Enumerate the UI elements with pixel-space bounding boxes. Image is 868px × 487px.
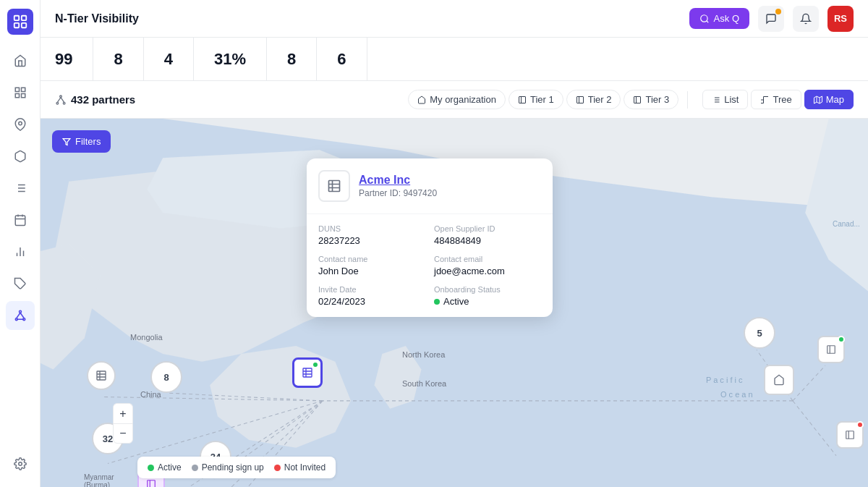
view-btn-group: List Tree Map <box>702 90 854 109</box>
main-content: N-Tier Visibility Ask Q RS 99 8 4 31% 8 <box>41 0 868 487</box>
view-btn-list[interactable]: List <box>702 90 748 109</box>
view-btn-tree[interactable]: Tree <box>751 90 801 109</box>
map-container[interactable]: .dash-line { stroke: #aab4c4; stroke-wid… <box>41 119 868 487</box>
partners-icon <box>55 94 67 106</box>
popup-duns-value: 28237223 <box>318 235 425 246</box>
chat-button[interactable] <box>758 6 784 32</box>
tier-filter-group: My organization Tier 1 Tier 2 Tier 3 <box>408 90 678 109</box>
building-br-icon <box>845 430 855 440</box>
filter-icon <box>62 137 71 146</box>
svg-rect-65 <box>148 480 156 487</box>
svg-point-29 <box>18 462 22 466</box>
svg-marker-47 <box>814 96 822 103</box>
sidebar-item-tag[interactable] <box>6 269 35 298</box>
tier-btn-my-org[interactable]: My organization <box>408 90 506 109</box>
view-divider <box>687 91 688 109</box>
popup-invite-date-label: Invite Date <box>318 285 425 294</box>
sidebar-item-chart[interactable] <box>6 237 35 266</box>
svg-rect-4 <box>15 88 19 91</box>
tree-icon-view <box>760 96 769 104</box>
popup-field-duns: DUNS 28237223 <box>318 224 425 246</box>
svg-line-26 <box>16 313 20 318</box>
svg-rect-0 <box>14 16 18 20</box>
svg-point-8 <box>18 122 22 125</box>
tier-btn-1[interactable]: Tier 1 <box>509 90 563 109</box>
svg-rect-41 <box>634 96 641 103</box>
stat-value-5: 6 <box>337 50 346 69</box>
map-legend: Active Pending sign up Not Invited <box>137 457 336 478</box>
partners-count: 432 partners <box>55 93 402 106</box>
popup-body: DUNS 28237223 Open Supplier ID 484884849… <box>307 214 553 317</box>
popup-company-name[interactable]: Acme Inc <box>359 174 437 187</box>
zoom-in-button[interactable]: + <box>113 403 133 423</box>
building-icon-node <box>95 370 107 381</box>
tier-btn-3[interactable]: Tier 3 <box>624 90 678 109</box>
stat-value-1: 8 <box>114 50 122 69</box>
view-btn-map[interactable]: Map <box>804 90 854 109</box>
popup-duns-label: DUNS <box>318 224 425 233</box>
building-icon-tier3 <box>633 96 642 104</box>
stat-item-2: 4 <box>144 38 194 80</box>
sidebar <box>0 0 41 487</box>
svg-rect-64 <box>303 368 312 377</box>
popup-company-info: Acme Inc Partner ID: 9497420 <box>359 174 437 198</box>
popup-field-contact-name: Contact name John Doe <box>318 255 425 276</box>
popup-supplier-id-value: 484884849 <box>434 235 541 246</box>
popup-contact-name-label: Contact name <box>318 255 425 263</box>
popup-invite-date-value: 02/24/2023 <box>318 296 425 307</box>
map-node-building-br[interactable] <box>836 421 864 449</box>
stat-item-1: 8 <box>93 38 143 80</box>
popup-contact-email-value: jdoe@acme.com <box>434 266 541 276</box>
sidebar-item-location[interactable] <box>6 110 35 139</box>
svg-rect-3 <box>21 23 25 27</box>
svg-point-23 <box>19 310 21 313</box>
map-node-home[interactable] <box>764 365 794 395</box>
svg-rect-68 <box>827 346 835 354</box>
stat-item-5: 6 <box>317 38 367 80</box>
svg-rect-63 <box>97 371 106 380</box>
node-dot-green-4 <box>838 336 845 343</box>
svg-rect-70 <box>329 181 340 192</box>
sidebar-item-settings[interactable] <box>6 449 35 478</box>
svg-rect-1 <box>21 16 25 20</box>
header: N-Tier Visibility Ask Q RS <box>41 0 868 38</box>
chat-badge <box>775 9 781 14</box>
svg-line-35 <box>57 97 61 102</box>
bell-icon <box>800 13 812 25</box>
sidebar-item-network[interactable] <box>6 301 35 330</box>
sidebar-item-home[interactable] <box>6 46 35 75</box>
home-icon-tier <box>417 96 426 104</box>
legend-active: Active <box>148 462 182 473</box>
map-node-building-center[interactable] <box>292 357 323 388</box>
popup-onboarding-value: Active <box>434 296 541 307</box>
user-avatar[interactable]: RS <box>827 6 854 32</box>
popup-company-icon <box>318 170 350 202</box>
svg-point-33 <box>56 102 59 104</box>
ask-q-button[interactable]: Ask Q <box>689 8 749 29</box>
list-icon-view <box>712 96 720 104</box>
sidebar-item-calendar[interactable] <box>6 206 35 234</box>
map-node-5[interactable]: 5 <box>744 317 775 349</box>
zoom-out-button[interactable]: − <box>113 423 133 444</box>
map-node-building-tr[interactable] <box>817 336 845 363</box>
map-node-8[interactable]: 8 <box>150 361 182 393</box>
legend-pending: Pending sign up <box>192 462 264 473</box>
stat-item-4: 8 <box>267 38 317 80</box>
sidebar-item-package[interactable] <box>6 142 35 171</box>
sidebar-item-list[interactable] <box>6 174 35 203</box>
stat-value-4: 8 <box>287 50 296 69</box>
legend-dot-pending <box>192 465 198 471</box>
sidebar-item-grid[interactable] <box>6 78 35 107</box>
map-node-building-left[interactable] <box>87 361 116 390</box>
svg-line-31 <box>706 20 708 22</box>
home-icon-node <box>773 374 785 386</box>
tier-btn-2[interactable]: Tier 2 <box>566 90 621 109</box>
legend-not-invited: Not Invited <box>274 462 326 473</box>
popup-field-supplier-id: Open Supplier ID 484884849 <box>434 224 541 246</box>
notifications-button[interactable] <box>793 6 819 32</box>
stats-bar: 99 8 4 31% 8 6 <box>41 38 868 81</box>
building-tr-icon <box>826 344 836 355</box>
filters-button[interactable]: Filters <box>52 130 111 153</box>
building-popup-icon <box>327 179 341 193</box>
popup-partner-id: Partner ID: 9497420 <box>359 188 437 198</box>
